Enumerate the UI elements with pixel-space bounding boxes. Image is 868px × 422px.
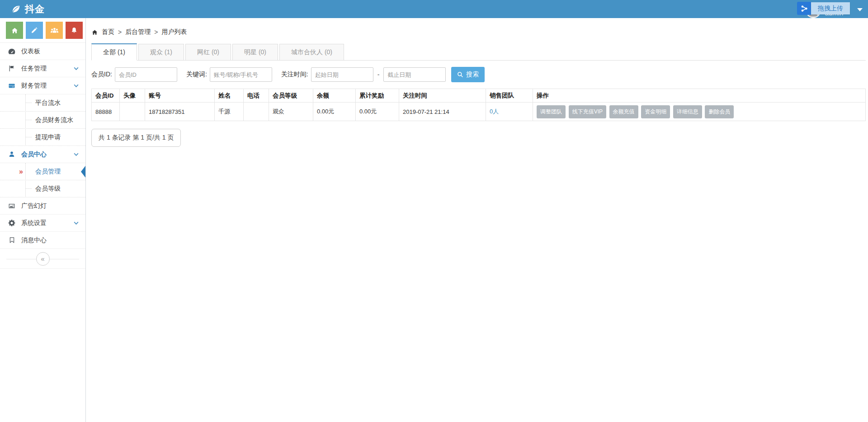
member-table: 会员ID 头像 账号 姓名 电话 会员等级 余额 累计奖励 关注时间 销售团队 … — [91, 89, 866, 121]
sidebar-collapse-row: « — [0, 249, 85, 269]
cell-actions: 调整团队 线下充值VIP 余额充值 资金明细 详细信息 删除会员 — [533, 103, 866, 121]
sidebar-item-system-settings[interactable]: 系统设置 — [0, 215, 85, 232]
chevron-down-icon — [73, 151, 79, 157]
adjust-team-button[interactable]: 调整团队 — [537, 105, 566, 118]
sidebar-menu: 仪表板 任务管理 财务管理 — [0, 43, 85, 249]
fund-detail-button[interactable]: 资金明细 — [641, 105, 670, 118]
home-shortcut-button[interactable] — [6, 22, 23, 39]
cell-level: 观众 — [269, 103, 313, 121]
sidebar-item-withdraw-request[interactable]: 提现申请 — [0, 129, 85, 146]
submenu-item-label: 会员管理 — [35, 168, 61, 176]
finance-submenu: 平台流水 会员财务流水 提现申请 — [0, 94, 85, 146]
active-item-marker — [81, 166, 85, 178]
balance-recharge-button[interactable]: 余额充值 — [609, 105, 638, 118]
member-id-label: 会员ID: — [91, 70, 112, 79]
breadcrumb-separator: > — [154, 28, 158, 36]
sidebar-item-label: 会员中心 — [21, 150, 47, 159]
col-level: 会员等级 — [269, 89, 313, 103]
col-phone: 电话 — [244, 89, 269, 103]
drag-upload-overlay[interactable]: 拖拽上传 — [797, 2, 850, 15]
breadcrumb: 首页 > 后台管理 > 用户列表 — [91, 28, 866, 36]
members-shortcut-button[interactable] — [46, 22, 63, 39]
tab-audience[interactable]: 观众 (1) — [138, 44, 184, 61]
member-submenu: » 会员管理 会员等级 — [0, 163, 85, 197]
leaf-icon — [11, 4, 21, 14]
bell-icon — [71, 27, 78, 34]
search-button-label: 搜索 — [466, 70, 479, 79]
submenu-item-label: 会员等级 — [35, 185, 61, 193]
topbar: 抖金 欢迎光临, admin — [0, 0, 868, 18]
sales-team-link[interactable]: 0人 — [490, 108, 499, 115]
sidebar-item-label: 财务管理 — [21, 82, 47, 90]
sidebar-item-label: 广告幻灯 — [21, 202, 47, 210]
sidebar-item-ad-slides[interactable]: 广告幻灯 — [0, 197, 85, 215]
pagination-summary: 共 1 条记录 第 1 页/共 1 页 — [91, 129, 181, 147]
keyword-input[interactable] — [210, 67, 272, 82]
sidebar-item-member-center[interactable]: 会员中心 — [0, 146, 85, 163]
offline-vip-recharge-button[interactable]: 线下充值VIP — [569, 105, 606, 118]
sidebar-item-label: 仪表板 — [21, 47, 40, 56]
tab-city-partner[interactable]: 城市合伙人 (0) — [279, 44, 344, 61]
image-icon — [6, 202, 17, 210]
sidebar-item-dashboard[interactable]: 仪表板 — [0, 43, 85, 60]
hdd-icon — [6, 82, 17, 89]
table-row: 88888 18718287351 千源 观众 0.00元 0.00元 2019… — [92, 103, 866, 121]
sidebar-item-message-center[interactable]: 消息中心 — [0, 232, 85, 249]
notifications-shortcut-button[interactable] — [66, 22, 83, 39]
pencil-icon — [31, 27, 38, 34]
cell-total-reward: 0.00元 — [356, 103, 399, 121]
sidebar-collapse-button[interactable]: « — [36, 252, 50, 266]
magnifier-icon — [457, 71, 463, 78]
gauge-icon — [6, 47, 17, 56]
shortcut-bar — [0, 18, 85, 43]
col-follow-time: 关注时间 — [399, 89, 486, 103]
users-group-icon — [50, 27, 59, 34]
gear-icon — [6, 219, 17, 227]
follow-time-label: 关注时间: — [281, 70, 308, 79]
flag-icon — [6, 65, 17, 72]
cell-name: 千源 — [215, 103, 244, 121]
sidebar-item-platform-flow[interactable]: 平台流水 — [0, 94, 85, 112]
col-actions: 操作 — [533, 89, 866, 103]
col-balance: 余额 — [313, 89, 356, 103]
edit-shortcut-button[interactable] — [26, 22, 43, 39]
detail-info-button[interactable]: 详细信息 — [673, 105, 702, 118]
breadcrumb-item[interactable]: 首页 — [102, 28, 114, 36]
sidebar-item-member-finance-flow[interactable]: 会员财务流水 — [0, 112, 85, 129]
table-header-row: 会员ID 头像 账号 姓名 电话 会员等级 余额 累计奖励 关注时间 销售团队 … — [92, 89, 866, 103]
member-type-tabs: 全部 (1) 观众 (1) 网红 (0) 明星 (0) 城市合伙人 (0) — [91, 43, 866, 61]
chevron-down-icon — [73, 220, 79, 226]
start-date-input[interactable] — [311, 67, 373, 82]
sidebar-item-tasks[interactable]: 任务管理 — [0, 60, 85, 77]
col-total-reward: 累计奖励 — [356, 89, 399, 103]
double-angle-right-icon: » — [19, 168, 23, 175]
chevron-down-icon — [73, 83, 79, 89]
tab-influencer[interactable]: 网红 (0) — [185, 44, 231, 61]
breadcrumb-item[interactable]: 后台管理 — [125, 28, 151, 36]
sidebar-item-label: 系统设置 — [21, 219, 47, 227]
home-icon — [91, 29, 98, 36]
member-id-input[interactable] — [115, 67, 177, 82]
app-title: 抖金 — [25, 3, 45, 15]
delete-member-button[interactable]: 删除会员 — [705, 105, 734, 118]
caret-down-icon — [857, 8, 863, 11]
sidebar-item-finance[interactable]: 财务管理 — [0, 77, 85, 94]
breadcrumb-separator: > — [118, 28, 122, 36]
cell-phone — [244, 103, 269, 121]
cell-account: 18718287351 — [145, 103, 215, 121]
col-account: 账号 — [145, 89, 215, 103]
keyword-label: 关键词: — [186, 70, 207, 79]
search-bar: 会员ID: 关键词: 关注时间: - 搜索 — [91, 67, 866, 82]
sidebar-item-member-management[interactable]: » 会员管理 — [0, 163, 85, 180]
search-button[interactable]: 搜索 — [451, 67, 485, 82]
tab-all[interactable]: 全部 (1) — [91, 43, 137, 61]
sidebar-item-member-level[interactable]: 会员等级 — [0, 180, 85, 197]
breadcrumb-item: 用户列表 — [161, 28, 187, 36]
sidebar-item-label: 消息中心 — [21, 236, 47, 244]
end-date-input[interactable] — [383, 67, 446, 82]
main-content: 首页 > 后台管理 > 用户列表 全部 (1) 观众 (1) 网红 (0) 明星… — [86, 18, 868, 422]
date-range-separator: - — [377, 71, 380, 78]
submenu-item-label: 会员财务流水 — [35, 116, 73, 124]
tab-star[interactable]: 明星 (0) — [232, 44, 278, 61]
cell-balance: 0.00元 — [313, 103, 356, 121]
